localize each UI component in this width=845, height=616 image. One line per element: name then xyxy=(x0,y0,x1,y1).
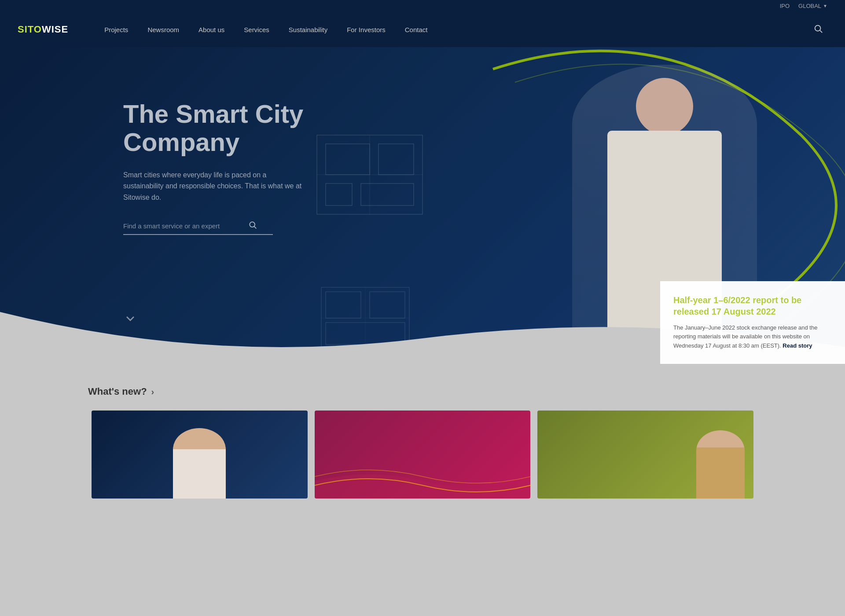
header: SITOWISE Projects Newsroom About us Serv… xyxy=(0,12,845,47)
chevron-down-icon: ▼ xyxy=(823,4,827,8)
svg-rect-4 xyxy=(378,144,414,175)
nav-projects[interactable]: Projects xyxy=(95,14,138,46)
blueprint-graphic xyxy=(308,126,431,251)
svg-rect-3 xyxy=(326,144,370,175)
news-card-body: The January–June 2022 stock exchange rel… xyxy=(673,323,832,351)
nav-newsroom[interactable]: Newsroom xyxy=(138,14,189,46)
ipo-link[interactable]: IPO xyxy=(780,3,790,9)
svg-point-15 xyxy=(250,222,255,227)
global-selector[interactable]: GLOBAL ▼ xyxy=(798,3,827,9)
card-person-1 xyxy=(173,428,226,499)
news-card-title: Half-year 1–6/2022 report to be released… xyxy=(673,294,832,317)
search-button[interactable] xyxy=(246,220,259,231)
top-bar: IPO GLOBAL ▼ xyxy=(0,0,845,12)
news-card-1[interactable] xyxy=(92,411,308,499)
whats-new-link[interactable]: What's new? › xyxy=(0,386,845,411)
main-nav: Projects Newsroom About us Services Sust… xyxy=(95,14,809,46)
card-wave-decoration xyxy=(315,463,531,499)
nav-contact[interactable]: Contact xyxy=(395,14,437,46)
card-person-3 xyxy=(696,430,745,499)
nav-services[interactable]: Services xyxy=(234,14,279,46)
news-cards-row xyxy=(0,411,845,499)
search-input[interactable] xyxy=(123,222,246,230)
main-content: What's new? › xyxy=(0,364,845,499)
svg-line-1 xyxy=(820,30,822,33)
global-label: GLOBAL xyxy=(798,3,821,9)
nav-about[interactable]: About us xyxy=(189,14,234,46)
hero-title: The Smart City Company xyxy=(123,100,308,156)
svg-rect-5 xyxy=(326,183,352,205)
logo[interactable]: SITOWISE xyxy=(18,24,68,35)
news-card-3[interactable] xyxy=(537,411,753,499)
hero-content: The Smart City Company Smart cities wher… xyxy=(0,47,308,270)
hero-search-bar xyxy=(123,220,273,235)
arrow-right-icon: › xyxy=(151,387,154,397)
search-icon[interactable] xyxy=(809,19,827,40)
hero-subtitle: Smart cities where everyday life is pace… xyxy=(123,169,308,203)
whats-new-label: What's new? xyxy=(88,386,147,397)
read-story-link[interactable]: Read story xyxy=(783,342,812,349)
news-card: Half-year 1–6/2022 report to be released… xyxy=(660,281,845,364)
svg-line-16 xyxy=(254,227,257,229)
news-card-2[interactable] xyxy=(315,411,531,499)
svg-point-0 xyxy=(815,25,821,31)
svg-rect-6 xyxy=(361,183,414,205)
nav-sustainability[interactable]: Sustainability xyxy=(279,14,337,46)
nav-investors[interactable]: For Investors xyxy=(337,14,395,46)
hero-section: The Smart City Company Smart cities wher… xyxy=(0,47,845,364)
